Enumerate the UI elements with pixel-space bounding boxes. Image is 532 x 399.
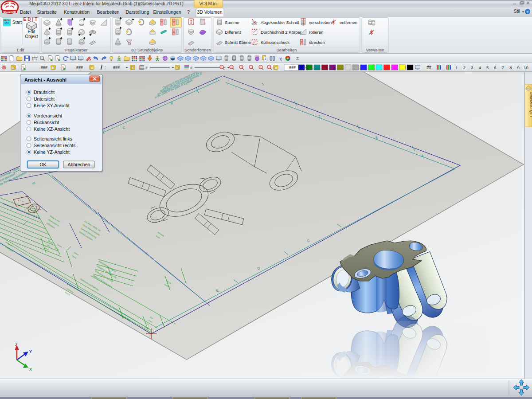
svg-text:T: T [13,67,14,69]
svg-text:#: # [190,66,192,70]
svg-text:Abgeknickter Schnitt: Abgeknickter Schnitt [261,20,299,25]
svg-text:###: ### [76,65,83,70]
svg-text:3D Grundobjekte: 3D Grundobjekte [131,47,163,52]
svg-text:Edit: Edit [27,29,35,34]
svg-text:Bearbeiten: Bearbeiten [277,47,297,52]
svg-text:3D Volumen: 3D Volumen [197,9,222,15]
svg-text:Vorderansicht: Vorderansicht [34,113,62,118]
svg-text:Ansicht - Auswahl: Ansicht - Auswahl [24,77,66,82]
svg-text:8: 8 [509,65,512,70]
svg-text:Sonderformen: Sonderformen [184,47,211,52]
svg-text:Keine YZ-Ansicht: Keine YZ-Ansicht [34,149,70,155]
svg-text:Summe: Summe [225,20,239,25]
svg-text:7: 7 [502,65,504,70]
svg-text:Rückansicht: Rückansicht [34,120,59,125]
svg-text:X: X [29,367,32,372]
svg-text:Z: Z [15,343,18,347]
svg-text:CAD: CAD [4,22,9,24]
svg-text:Edit: Edit [17,47,24,52]
svg-text:##: ## [426,65,432,70]
svg-text:6: 6 [494,65,496,70]
svg-text:1: 1 [455,65,458,70]
svg-text:Verwalten: Verwalten [366,47,384,52]
svg-text:MegaCAD 2012 3D Lizenz Intern: MegaCAD 2012 3D Lizenz Intern für Megate… [29,1,184,6]
svg-text:Konstruktion: Konstruktion [64,9,90,15]
svg-text:Seitenansicht rechts: Seitenansicht rechts [34,143,76,148]
svg-text:OK: OK [39,162,46,167]
svg-text:T: T [91,67,93,69]
svg-text:Durchschnitt 2 Körper: Durchschnitt 2 Körper [261,30,301,35]
svg-text:Objekt: Objekt [25,34,38,39]
svg-text:Regelkörper: Regelkörper [65,47,88,52]
svg-text:###: ### [113,65,120,70]
svg-text:###: ### [41,65,47,70]
svg-text:Darstellung: Darstellung [125,9,149,15]
svg-text:Bearbeiten: Bearbeiten [97,9,120,15]
svg-text:T: T [132,67,133,69]
svg-text:verschieben: verschieben [309,20,332,25]
svg-text:VOLM.ini: VOLM.ini [199,1,217,6]
svg-text:Bearbeitungen: Bearbeitungen [529,92,532,117]
svg-text:MegaCAD: MegaCAD [4,11,16,13]
svg-text:Draufsicht: Draufsicht [34,90,55,95]
svg-text:OPGL: OPGL [254,55,260,57]
svg-text:rotieren: rotieren [309,30,323,35]
svg-text:T: T [177,67,178,69]
svg-text:Untersicht: Untersicht [34,96,55,102]
svg-text:5: 5 [486,65,489,70]
svg-text:Startseite: Startseite [37,9,57,15]
svg-text:2: 2 [463,65,466,70]
svg-text:###: ### [289,65,296,70]
svg-text:9: 9 [517,65,520,70]
svg-text:10: 10 [524,65,528,70]
svg-text:3: 3 [471,65,473,70]
svg-text:T: T [53,67,54,69]
svg-text:Abbrechen: Abbrechen [68,162,90,167]
svg-text:?: ? [527,10,529,14]
svg-text::: : [105,65,106,70]
svg-text:4: 4 [479,65,481,70]
svg-text:T: T [275,67,277,69]
svg-text:Start: Start [12,20,22,25]
svg-text:Stil: Stil [514,9,520,14]
svg-text:Keine XZ-Ansicht: Keine XZ-Ansicht [34,126,70,132]
svg-text:Differenz: Differenz [225,30,242,35]
svg-text:?: ? [187,9,190,15]
svg-text:Keine XY-Ansicht: Keine XY-Ansicht [34,103,70,108]
svg-text:strecken: strecken [309,40,325,45]
svg-text:Schnitt Ebene: Schnitt Ebene [225,40,251,45]
svg-text:Kollisionscheck: Kollisionscheck [261,40,289,45]
svg-text:Y: Y [29,349,32,354]
svg-text:#: # [145,66,148,70]
svg-text:Einstellungen: Einstellungen [153,9,181,15]
svg-text:entfernen: entfernen [340,20,357,25]
svg-text:s: s [281,59,282,62]
svg-text:Datei: Datei [20,9,31,15]
svg-text:Seitenansicht links: Seitenansicht links [34,136,72,141]
